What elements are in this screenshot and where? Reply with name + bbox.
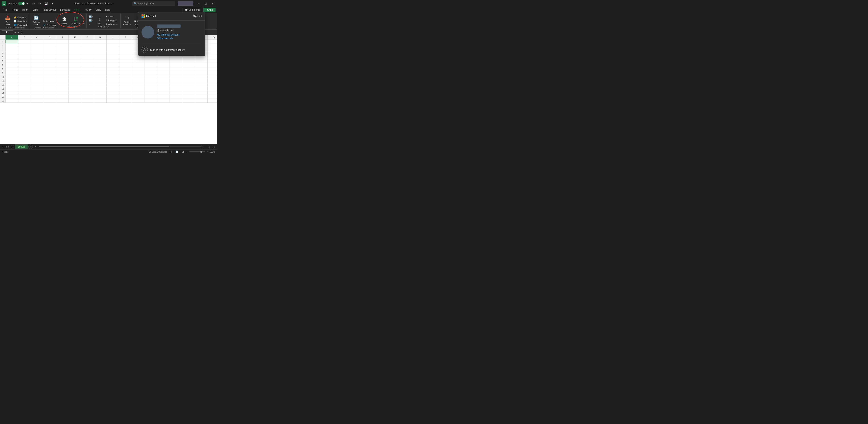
from-web-button[interactable]: 🌐 From Web — [13, 23, 28, 27]
cell-K8[interactable] — [132, 67, 145, 71]
cell-B10[interactable] — [18, 75, 31, 79]
cell-D7[interactable] — [43, 63, 56, 67]
menu-review[interactable]: Review — [82, 8, 93, 12]
cell-D15[interactable] — [43, 95, 56, 98]
cell-I5[interactable] — [106, 55, 119, 59]
cell-F5[interactable] — [69, 55, 81, 59]
cell-O8[interactable] — [182, 67, 195, 71]
cell-B5[interactable] — [18, 55, 31, 59]
menu-pagelayout[interactable]: Page Layout — [40, 8, 58, 12]
sheet-nav-left[interactable]: ◂ — [4, 145, 7, 149]
cell-H16[interactable] — [94, 99, 106, 102]
cell-L14[interactable] — [145, 91, 157, 95]
cell-O11[interactable] — [182, 79, 195, 83]
add-sheet-button[interactable]: + — [28, 145, 33, 149]
cell-reference-box[interactable]: A1 — [1, 30, 13, 34]
col-header-C[interactable]: C — [31, 35, 43, 39]
cell-C13[interactable] — [31, 87, 43, 91]
cell-B4[interactable] — [18, 51, 31, 55]
cell-E15[interactable] — [56, 95, 69, 98]
menu-home[interactable]: Home — [10, 8, 20, 12]
menu-file[interactable]: File — [2, 8, 9, 12]
cell-D14[interactable] — [43, 91, 56, 95]
cell-J8[interactable] — [119, 67, 132, 71]
zoom-in-btn[interactable]: + — [207, 151, 208, 153]
sheet-nav-right[interactable]: ▸ — [8, 145, 10, 149]
menu-draw[interactable]: Draw — [31, 8, 40, 12]
cell-M6[interactable] — [157, 59, 170, 63]
cell-B12[interactable] — [18, 83, 31, 87]
cell-G2[interactable] — [81, 43, 94, 47]
cell-C11[interactable] — [31, 79, 43, 83]
cell-G5[interactable] — [81, 55, 94, 59]
cell-Q3[interactable] — [208, 48, 217, 51]
cell-J12[interactable] — [119, 83, 132, 87]
cell-N7[interactable] — [170, 63, 182, 67]
cell-H15[interactable] — [94, 95, 106, 98]
cell-Q7[interactable] — [208, 63, 217, 67]
cell-E13[interactable] — [56, 87, 69, 91]
cell-C5[interactable] — [31, 55, 43, 59]
cell-E11[interactable] — [56, 79, 69, 83]
menu-view[interactable]: View — [94, 8, 103, 12]
cell-H2[interactable] — [94, 43, 106, 47]
cell-F9[interactable] — [69, 71, 81, 75]
cell-M14[interactable] — [157, 91, 170, 95]
cell-B11[interactable] — [18, 79, 31, 83]
autosave-toggle[interactable] — [18, 2, 25, 5]
filter-button[interactable]: ▼ Filter — [105, 15, 119, 18]
cell-E9[interactable] — [56, 71, 69, 75]
cell-E10[interactable] — [56, 75, 69, 79]
cell-A15[interactable] — [5, 95, 18, 98]
cell-D10[interactable] — [43, 75, 56, 79]
cell-O9[interactable] — [182, 71, 195, 75]
cell-H3[interactable] — [94, 48, 106, 51]
cell-P7[interactable] — [195, 63, 208, 67]
cell-K9[interactable] — [132, 71, 145, 75]
cell-N8[interactable] — [170, 67, 182, 71]
cell-E7[interactable] — [56, 63, 69, 67]
cell-A1[interactable] — [5, 39, 18, 43]
cell-C7[interactable] — [31, 63, 43, 67]
cell-L12[interactable] — [145, 83, 157, 87]
cell-M13[interactable] — [157, 87, 170, 91]
cell-I16[interactable] — [106, 99, 119, 102]
cell-Q11[interactable] — [208, 79, 217, 83]
cell-P12[interactable] — [195, 83, 208, 87]
cell-Q13[interactable] — [208, 87, 217, 91]
cell-G11[interactable] — [81, 79, 94, 83]
col-header-A[interactable]: A — [5, 35, 18, 39]
cell-F15[interactable] — [69, 95, 81, 98]
cell-A7[interactable] — [5, 63, 18, 67]
cell-G12[interactable] — [81, 83, 94, 87]
cell-I14[interactable] — [106, 91, 119, 95]
cell-I7[interactable] — [106, 63, 119, 67]
cell-F3[interactable] — [69, 48, 81, 51]
cell-I1[interactable] — [106, 39, 119, 43]
cell-C1[interactable] — [31, 39, 43, 43]
cell-E1[interactable] — [56, 39, 69, 43]
col-header-F[interactable]: F — [69, 35, 81, 39]
cell-F12[interactable] — [69, 83, 81, 87]
cell-H9[interactable] — [94, 71, 106, 75]
menu-data[interactable]: Data — [72, 7, 81, 12]
cell-D6[interactable] — [43, 59, 56, 63]
cell-K12[interactable] — [132, 83, 145, 87]
cell-O7[interactable] — [182, 63, 195, 67]
cell-J5[interactable] — [119, 55, 132, 59]
cell-B1[interactable] — [18, 39, 31, 43]
cell-F4[interactable] — [69, 51, 81, 55]
cell-H13[interactable] — [94, 87, 106, 91]
cell-J2[interactable] — [119, 43, 132, 47]
cell-Q10[interactable] — [208, 75, 217, 79]
cell-N10[interactable] — [170, 75, 182, 79]
cell-G6[interactable] — [81, 59, 94, 63]
col-header-Q[interactable]: Q — [208, 35, 217, 39]
horizontal-scrollbar-track[interactable] — [39, 146, 202, 147]
cell-C4[interactable] — [31, 51, 43, 55]
signout-button[interactable]: Sign out — [193, 15, 202, 18]
cell-K7[interactable] — [132, 63, 145, 67]
cell-Q4[interactable] — [208, 51, 217, 55]
cell-K10[interactable] — [132, 75, 145, 79]
alt-account-section[interactable]: Sign in with a different account — [138, 44, 205, 56]
